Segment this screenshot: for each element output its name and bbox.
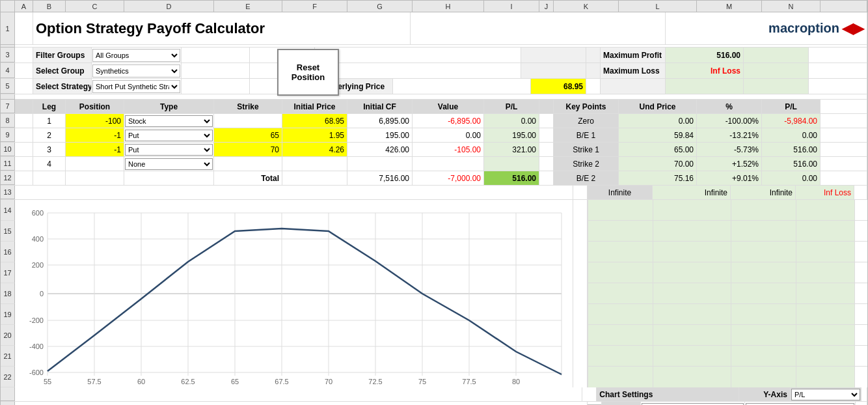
leg3-pl: 321.00 xyxy=(484,143,539,156)
leg1-pl: 0.00 xyxy=(484,114,539,128)
kp-be2-price: 75.16 xyxy=(619,171,697,185)
macroption-logo: macroption ◀▶ xyxy=(768,20,864,37)
max-loss-label: Maximum Loss xyxy=(601,63,666,78)
col-m: M xyxy=(697,1,762,12)
total-label: Total xyxy=(214,171,282,185)
leg2-type[interactable]: Put xyxy=(124,128,214,142)
col-d: D xyxy=(124,1,214,12)
select-group-dropdown[interactable]: Synthetics xyxy=(92,63,182,78)
kp-be1-pct: -13.21% xyxy=(697,128,762,142)
select-strategy-label: Select Strategy xyxy=(33,79,92,94)
kp-header-2: % xyxy=(697,100,762,113)
leg3-type[interactable]: Put xyxy=(124,143,214,156)
kp-be2-pct: +9.01% xyxy=(697,171,762,185)
row-7-headers: 7 Leg Position Type Strike Initial Price… xyxy=(1,100,867,114)
row-11: 11 4 None Strike 2 70.00 +1.52% 516.00 xyxy=(1,157,867,171)
svg-text:70: 70 xyxy=(325,378,332,385)
kp-infinite-pct: Infinite xyxy=(731,186,796,199)
kp-be1-pl: 0.00 xyxy=(762,128,821,142)
kp-strike2-pct: +1.52% xyxy=(697,157,762,171)
max-profit-value: 516.00 xyxy=(666,48,744,63)
col-a: A xyxy=(15,1,33,12)
kp-be2-pl: 0.00 xyxy=(762,171,821,185)
kp-strike1-price: 65.00 xyxy=(619,143,697,156)
leg4-position[interactable] xyxy=(66,157,124,171)
col-l: L xyxy=(619,1,697,12)
max-profit-label: Maximum Profit xyxy=(601,48,666,63)
row-4: 4 Select Group Synthetics Maximum Loss I… xyxy=(1,63,867,79)
filter-groups-select[interactable]: All Groups xyxy=(92,49,180,62)
row-9: 9 2 -1 Put 65 1.95 195.00 0.00 195.00 B/… xyxy=(1,128,867,143)
underlying-price-value[interactable]: 68.95 xyxy=(531,79,586,94)
leg1-initialcf: 6,895.00 xyxy=(347,114,413,128)
col-e: E xyxy=(214,1,282,12)
payoff-chart: 600 400 200 0 -200 -400 -600 55 57.5 60 … xyxy=(15,200,573,387)
svg-text:80: 80 xyxy=(512,378,520,385)
y-axis-select[interactable]: P/L xyxy=(791,389,860,400)
leg3-initialcf: 426.00 xyxy=(347,143,413,156)
corner-cell xyxy=(1,1,15,12)
leg1-initialprice[interactable]: 68.95 xyxy=(282,114,347,128)
row-blue: Blue Default Position Total P/L xyxy=(1,402,867,405)
leg3-position[interactable]: -1 xyxy=(66,143,124,156)
row-5: 5 Select Strategy Short Put Synthetic St… xyxy=(1,79,867,94)
kp-be1-price: 59.84 xyxy=(619,128,697,142)
chart-settings-label: Chart Settings xyxy=(597,387,739,401)
row-10: 10 3 -1 Put 70 4.26 426.00 -105.00 321.0… xyxy=(1,143,867,157)
svg-text:-600: -600 xyxy=(29,369,44,376)
leg4-type[interactable]: None xyxy=(124,157,214,171)
svg-text:200: 200 xyxy=(32,261,44,269)
kp-strike2-pl: 516.00 xyxy=(762,157,821,171)
kp-be1-label: B/E 1 xyxy=(554,128,619,142)
col-leg-header: Leg xyxy=(33,100,66,113)
blue-right-dropdown[interactable]: Total P/L xyxy=(745,402,856,405)
leg2-strike[interactable]: 65 xyxy=(214,128,282,142)
col-initialcf-header: Initial CF xyxy=(347,100,413,113)
col-value-header: Value xyxy=(413,100,484,113)
leg2-initialprice[interactable]: 1.95 xyxy=(282,128,347,142)
leg1-strike xyxy=(214,114,282,128)
row-12: 12 Total 7,516.00 -7,000.00 516.00 B/E 2… xyxy=(1,171,867,186)
kp-be2-label: B/E 2 xyxy=(554,171,619,185)
total-pl: 516.00 xyxy=(484,171,539,185)
leg1-position[interactable]: -100 xyxy=(66,114,124,128)
svg-text:57.5: 57.5 xyxy=(87,378,101,385)
col-j: J xyxy=(539,1,554,12)
leg3-value: -105.00 xyxy=(413,143,484,156)
total-initialcf: 7,516.00 xyxy=(347,171,413,185)
kp-infinite-price: Infinite xyxy=(653,186,731,199)
leg2-position[interactable]: -1 xyxy=(66,128,124,142)
row-6 xyxy=(1,94,867,100)
col-type-header: Type xyxy=(124,100,214,113)
kp-header-1: Und Price xyxy=(619,100,697,113)
select-strategy-select[interactable]: Short Put Synthetic Strangle xyxy=(92,80,180,93)
select-group-label: Select Group xyxy=(33,63,92,78)
select-group-select[interactable]: Synthetics xyxy=(92,64,180,77)
row-13: 13 Infinite Infinite Infinite Inf Loss xyxy=(1,186,867,200)
col-n: N xyxy=(762,1,821,12)
svg-text:67.5: 67.5 xyxy=(275,378,288,385)
y-axis-dropdown[interactable]: P/L xyxy=(791,387,861,401)
leg1-value: -6,895.00 xyxy=(413,114,484,128)
svg-text:62.5: 62.5 xyxy=(181,378,195,385)
col-position-header: Position xyxy=(66,100,124,113)
kp-strike1-label: Strike 1 xyxy=(554,143,619,156)
select-strategy-dropdown[interactable]: Short Put Synthetic Strangle xyxy=(92,79,182,94)
reset-position-button[interactable]: Reset Position xyxy=(277,49,339,96)
leg1-type[interactable]: Stock xyxy=(124,114,214,128)
leg4-strike xyxy=(214,157,282,171)
chart-section: 14 15 16 17 18 19 20 21 22 xyxy=(1,200,867,387)
leg3-strike[interactable]: 70 xyxy=(214,143,282,156)
col-headers: A B C D E F G H I J K L M N xyxy=(1,1,867,12)
max-loss-value: Inf Loss xyxy=(666,63,744,78)
blue-left-dropdown[interactable]: Default Position xyxy=(641,402,745,405)
chart-area: 600 400 200 0 -200 -400 -600 55 57.5 60 … xyxy=(15,200,573,387)
spreadsheet: A B C D E F G H I J K L M N 1 Option Str… xyxy=(0,0,868,405)
row-8: 8 1 -100 Stock 68.95 6,895.00 -6,895.00 … xyxy=(1,114,867,128)
kp-zero-label: Zero xyxy=(554,114,619,128)
kp-strike2-label: Strike 2 xyxy=(554,157,619,171)
leg3-initialprice[interactable]: 4.26 xyxy=(282,143,347,156)
kp-zero-pct: -100.00% xyxy=(697,114,762,128)
svg-text:65: 65 xyxy=(231,378,239,385)
filter-groups-dropdown[interactable]: All Groups xyxy=(92,48,182,63)
